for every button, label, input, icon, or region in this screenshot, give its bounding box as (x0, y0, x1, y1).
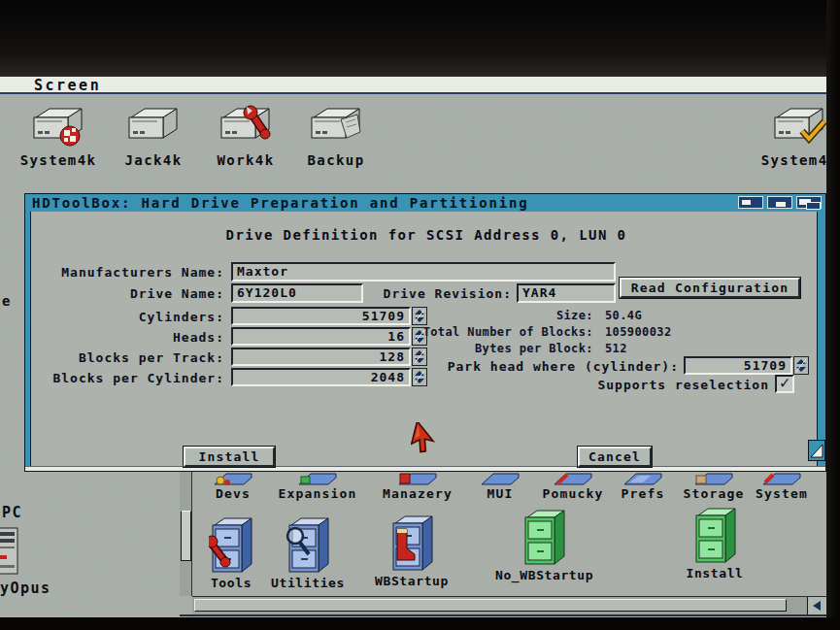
supports-reselection-checkbox[interactable]: ✓ (775, 375, 794, 393)
dialog-header: Drive Definition for SCSI Address 0, LUN… (54, 227, 798, 243)
cabinet-magnifier-icon (286, 517, 330, 574)
window-resize-icon[interactable] (808, 440, 825, 461)
photo-bezel-top (0, 0, 840, 77)
desktop-icon-work4k[interactable]: Work4k (204, 105, 287, 168)
photo-bezel-bottom (0, 617, 840, 630)
window-zoom-icon[interactable] (738, 196, 763, 209)
drawer-icon-manazery[interactable]: Manazery (374, 473, 461, 501)
icon-label: Jack4k (112, 152, 195, 168)
drawer-label: Devs (189, 486, 277, 501)
drawer-icon (214, 473, 252, 485)
drawer-icon (481, 473, 520, 485)
window-tofront-icon[interactable] (767, 196, 792, 209)
desktop-icon-opus[interactable] (0, 526, 21, 580)
drawer-icon (554, 473, 592, 485)
paper-icon (309, 105, 363, 149)
drawer-label: Utilities (259, 576, 356, 590)
cabinet-green-icon (521, 510, 566, 566)
drive-name-label: Drive Name: (130, 286, 224, 301)
pc-icon-label: PC (2, 504, 22, 521)
opus-icon-label: yOpus (0, 580, 51, 597)
drawer-icon-system[interactable]: System (738, 473, 825, 501)
drawer-icon (298, 473, 337, 485)
park-head-input[interactable]: 51709 (684, 356, 792, 375)
bytes-per-block-label: Bytes per Block: (475, 342, 593, 355)
cancel-button[interactable]: Cancel (578, 447, 652, 467)
size-label: Size: (556, 309, 593, 322)
desktop-icon-backup[interactable]: Backup (294, 105, 378, 168)
checkerball-icon (31, 105, 85, 149)
window-title: HDToolBox: Hard Drive Preparation and Pa… (32, 195, 528, 211)
drawer-label: WBStartup (363, 574, 460, 588)
supports-reselection-label: Supports reselection (597, 378, 769, 392)
drive-name-input[interactable]: 6Y120L0 (231, 283, 363, 303)
manufacturers-name-input[interactable]: Maxtor (231, 262, 616, 282)
window-bottom-bevel (25, 466, 825, 471)
bytes-per-block-value: 512 (605, 342, 627, 355)
manufacturers-name-label: Manufacturers Name: (61, 265, 224, 280)
window-right-border (817, 212, 825, 471)
blocks-per-track-label: Blocks per Track: (79, 350, 224, 365)
desktop-icon-system4k[interactable]: System4k (17, 105, 100, 168)
cylinders-spinner-icon[interactable] (412, 307, 427, 325)
drawer-icon-install[interactable]: Install (666, 508, 763, 580)
icon-label: System4k (17, 152, 100, 168)
drawer-icon-wbstartup[interactable]: WBStartup (363, 515, 460, 588)
drawer-icon-expansion[interactable]: Expansion (274, 473, 361, 501)
drive-revision-label: Drive Revision: (384, 286, 512, 301)
cabinet-wrench-icon (209, 517, 253, 574)
drawer-icon (623, 473, 662, 485)
horizontal-scrollbar[interactable] (192, 596, 827, 614)
blocks-per-cylinder-label: Blocks per Cylinder: (52, 371, 224, 385)
drawer-window: Devs Expansion Manazery MUI Pomucky P (180, 472, 828, 616)
blocks-per-track-input[interactable]: 128 (231, 348, 411, 366)
drawer-label: Manazery (374, 486, 461, 501)
horizontal-scroll-knob[interactable] (194, 599, 787, 612)
screen-title: Screen (34, 77, 101, 94)
blocks-per-cylinder-spinner-icon[interactable] (412, 368, 427, 386)
cylinders-label: Cylinders: (139, 310, 224, 324)
blocks-per-track-spinner-icon[interactable] (412, 348, 427, 366)
screen-title-bar[interactable]: Screen (0, 77, 828, 94)
drawer-icon (762, 473, 801, 485)
tower-icon (0, 526, 21, 577)
drive-revision-input[interactable]: YAR4 (517, 283, 616, 303)
park-head-label: Park head where (cylinder): (448, 359, 679, 374)
cylinders-input[interactable]: 51709 (231, 307, 411, 325)
window-depth-icon[interactable] (796, 196, 822, 209)
partial-icon-label: e (2, 293, 12, 309)
drawer-label: Install (666, 566, 763, 580)
desktop-icon-jack4k[interactable]: Jack4k (112, 105, 195, 168)
cabinet-boot-icon (389, 515, 434, 572)
hdtoolbox-window: HDToolBox: Hard Drive Preparation and Pa… (24, 193, 826, 472)
heads-label: Heads: (173, 330, 224, 345)
scroll-left-arrow-icon[interactable] (807, 597, 827, 614)
window-title-bar[interactable]: HDToolBox: Hard Drive Preparation and Pa… (25, 194, 825, 212)
drawer-label: System (738, 486, 825, 501)
wrench-icon (218, 105, 273, 149)
icon-label: Work4k (204, 152, 287, 168)
drawer-icon-devs[interactable]: Devs (189, 473, 277, 501)
blocks-per-cylinder-input[interactable]: 2048 (231, 368, 411, 386)
drawer-label: Expansion (274, 486, 361, 501)
drawer-icon-utilities[interactable]: Utilities (259, 517, 356, 590)
total-blocks-label: Total Number of Blocks: (423, 325, 593, 339)
heads-input[interactable]: 16 (231, 327, 411, 346)
drawer-label: No_WBStartup (495, 568, 592, 582)
read-configuration-button[interactable]: Read Configuration (620, 278, 800, 298)
window-left-border (25, 212, 31, 471)
photo-bezel-right (826, 0, 840, 630)
total-blocks-value: 105900032 (605, 325, 672, 339)
case-icon (126, 105, 181, 149)
install-button[interactable]: Install (184, 447, 275, 467)
size-value: 50.4G (605, 309, 642, 322)
drawer-icon (694, 473, 733, 485)
cabinet-green-icon (692, 508, 737, 564)
checkmark-icon: ✓ (780, 373, 790, 392)
park-head-spinner-icon[interactable] (793, 356, 809, 375)
checkmark-icon (772, 105, 826, 149)
drawer-icon (398, 473, 437, 485)
drawer-icon-no-wbstartup[interactable]: No_WBStartup (495, 510, 592, 582)
icon-label: Backup (294, 152, 378, 168)
